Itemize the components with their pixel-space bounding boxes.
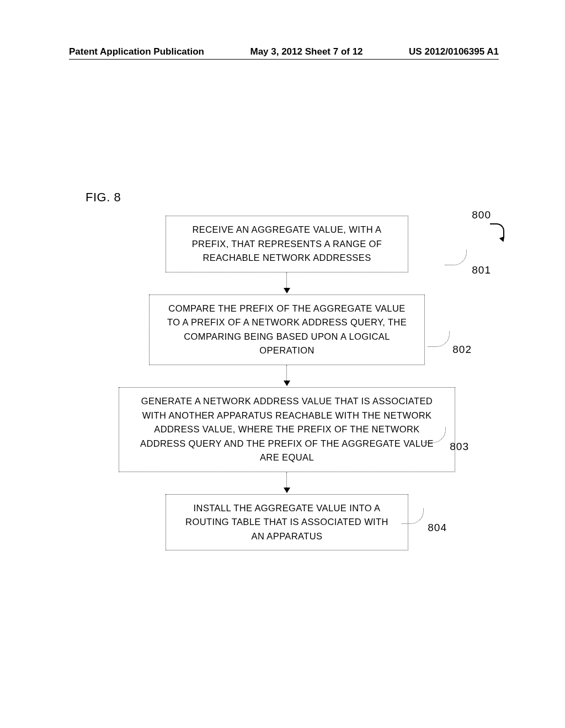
arrow-down-icon <box>286 272 287 295</box>
curve-icon <box>402 508 424 524</box>
step-box-802: COMPARE THE PREFIX OF THE AGGREGATE VALU… <box>149 295 425 365</box>
step-box-804: INSTALL THE AGGREGATE VALUE INTO A ROUTI… <box>166 494 408 551</box>
ref-802-text: 802 <box>452 344 472 355</box>
ref-801-text: 801 <box>472 264 491 276</box>
arrow-down-icon <box>286 472 287 494</box>
figure-8: FIG. 8 800 RECEIVE AN AGGREGATE VALUE, W… <box>88 190 486 550</box>
ref-804: 804 <box>428 522 447 534</box>
ref-801: 801 <box>472 264 491 276</box>
curve-icon <box>428 331 450 347</box>
ref-803-text: 803 <box>450 441 469 452</box>
step-text: GENERATE A NETWORK ADDRESS VALUE THAT IS… <box>140 396 434 462</box>
figure-label: FIG. 8 <box>86 190 486 205</box>
header-right: US 2012/0106395 A1 <box>409 46 499 57</box>
arrow-down-icon <box>286 365 287 387</box>
header-center: May 3, 2012 Sheet 7 of 12 <box>250 46 363 57</box>
step-box-801: RECEIVE AN AGGREGATE VALUE, WITH A PREFI… <box>166 216 408 272</box>
page-header: Patent Application Publication May 3, 20… <box>0 46 565 60</box>
header-left: Patent Application Publication <box>69 46 204 57</box>
hook-icon <box>490 223 504 238</box>
ref-802: 802 <box>452 344 472 356</box>
step-text: RECEIVE AN AGGREGATE VALUE, WITH A PREFI… <box>192 224 382 263</box>
step-text: INSTALL THE AGGREGATE VALUE INTO A ROUTI… <box>185 503 388 541</box>
ref-800-text: 800 <box>472 209 491 221</box>
flowchart: 800 RECEIVE AN AGGREGATE VALUE, WITH A P… <box>88 216 486 550</box>
curve-icon <box>445 250 467 265</box>
ref-803: 803 <box>450 441 469 453</box>
ref-800: 800 <box>472 209 491 221</box>
step-box-803: GENERATE A NETWORK ADDRESS VALUE THAT IS… <box>119 387 455 472</box>
step-text: COMPARE THE PREFIX OF THE AGGREGATE VALU… <box>167 303 407 356</box>
ref-804-text: 804 <box>428 522 447 533</box>
